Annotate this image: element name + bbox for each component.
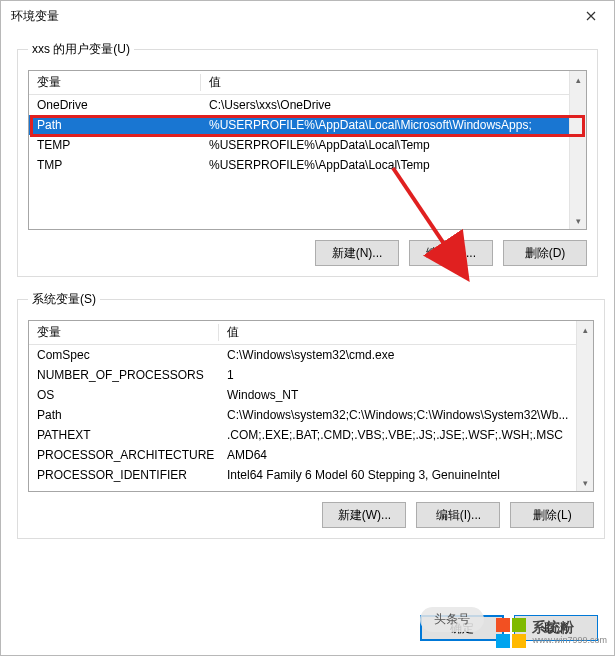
sys-grid-header: 变量 值 — [29, 321, 576, 345]
cell-name: Path — [29, 408, 219, 422]
cell-value: C:\Windows\system32;C:\Windows;C:\Window… — [219, 408, 576, 422]
window-title: 环境变量 — [11, 8, 59, 25]
user-vars-buttons: 新建(N)... 编辑(E)... 删除(D) — [28, 240, 587, 266]
sys-vars-group: 系统变量(S) 变量 值 ComSpecC:\Windows\system32\… — [17, 291, 605, 539]
dialog-footer: 确定 取消 — [1, 609, 614, 655]
user-grid-header: 变量 值 — [29, 71, 569, 95]
user-edit-button[interactable]: 编辑(E)... — [409, 240, 493, 266]
user-delete-button[interactable]: 删除(D) — [503, 240, 587, 266]
sys-new-button[interactable]: 新建(W)... — [322, 502, 406, 528]
scroll-track[interactable] — [570, 88, 586, 212]
cell-name: TMP — [29, 158, 201, 172]
cell-value: AMD64 — [219, 448, 576, 462]
scroll-up-icon[interactable]: ▴ — [577, 321, 593, 338]
close-button[interactable] — [568, 1, 614, 31]
cell-name: OS — [29, 388, 219, 402]
table-row[interactable]: OSWindows_NT — [29, 385, 576, 405]
sys-edit-button[interactable]: 编辑(I)... — [416, 502, 500, 528]
table-row[interactable]: OneDriveC:\Users\xxs\OneDrive — [29, 95, 569, 115]
sys-vars-grid[interactable]: 变量 值 ComSpecC:\Windows\system32\cmd.exeN… — [28, 320, 594, 492]
cell-name: PATHEXT — [29, 428, 219, 442]
cell-value: %USERPROFILE%\AppData\Local\Microsoft\Wi… — [201, 118, 569, 132]
col-header-name[interactable]: 变量 — [29, 324, 219, 341]
table-row[interactable]: PATHEXT.COM;.EXE;.BAT;.CMD;.VBS;.VBE;.JS… — [29, 425, 576, 445]
cell-name: PROCESSOR_ARCHITECTURE — [29, 448, 219, 462]
table-row[interactable]: PROCESSOR_ARCHITECTUREAMD64 — [29, 445, 576, 465]
user-grid-rows: OneDriveC:\Users\xxs\OneDrivePath%USERPR… — [29, 95, 569, 175]
cell-value: C:\Windows\system32\cmd.exe — [219, 348, 576, 362]
user-vars-grid[interactable]: 变量 值 OneDriveC:\Users\xxs\OneDrivePath%U… — [28, 70, 587, 230]
scroll-track[interactable] — [577, 338, 593, 474]
cell-name: PROCESSOR_IDENTIFIER — [29, 468, 219, 482]
cell-value: %USERPROFILE%\AppData\Local\Temp — [201, 138, 569, 152]
sys-vars-legend: 系统变量(S) — [28, 291, 100, 308]
table-row[interactable]: Path%USERPROFILE%\AppData\Local\Microsof… — [29, 115, 569, 135]
user-new-button[interactable]: 新建(N)... — [315, 240, 399, 266]
cell-value: Windows_NT — [219, 388, 576, 402]
cell-value: .COM;.EXE;.BAT;.CMD;.VBS;.VBE;.JS;.JSE;.… — [219, 428, 576, 442]
cell-name: ComSpec — [29, 348, 219, 362]
ok-button[interactable]: 确定 — [420, 615, 504, 641]
table-row[interactable]: ComSpecC:\Windows\system32\cmd.exe — [29, 345, 576, 365]
env-vars-window: 环境变量 xxs 的用户变量(U) 变量 值 OneDriveC:\Users\… — [0, 0, 615, 656]
scroll-down-icon[interactable]: ▾ — [577, 474, 593, 491]
cancel-button[interactable]: 取消 — [514, 615, 598, 641]
table-row[interactable]: TMP%USERPROFILE%\AppData\Local\Temp — [29, 155, 569, 175]
sys-grid-rows: ComSpecC:\Windows\system32\cmd.exeNUMBER… — [29, 345, 576, 485]
scroll-up-icon[interactable]: ▴ — [570, 71, 586, 88]
sys-vars-buttons: 新建(W)... 编辑(I)... 删除(L) — [28, 502, 594, 528]
cell-value: %USERPROFILE%\AppData\Local\Temp — [201, 158, 569, 172]
table-row[interactable]: NUMBER_OF_PROCESSORS1 — [29, 365, 576, 385]
cell-value: Intel64 Family 6 Model 60 Stepping 3, Ge… — [219, 468, 576, 482]
user-vars-group: xxs 的用户变量(U) 变量 值 OneDriveC:\Users\xxs\O… — [17, 41, 598, 277]
titlebar: 环境变量 — [1, 1, 614, 31]
vertical-scrollbar[interactable]: ▴ ▾ — [576, 321, 593, 491]
table-row[interactable]: PathC:\Windows\system32;C:\Windows;C:\Wi… — [29, 405, 576, 425]
table-row[interactable]: TEMP%USERPROFILE%\AppData\Local\Temp — [29, 135, 569, 155]
col-header-name[interactable]: 变量 — [29, 74, 201, 91]
vertical-scrollbar[interactable]: ▴ ▾ — [569, 71, 586, 229]
table-row[interactable]: PROCESSOR_IDENTIFIERIntel64 Family 6 Mod… — [29, 465, 576, 485]
scroll-down-icon[interactable]: ▾ — [570, 212, 586, 229]
cell-name: OneDrive — [29, 98, 201, 112]
cell-name: Path — [29, 118, 201, 132]
client-area: xxs 的用户变量(U) 变量 值 OneDriveC:\Users\xxs\O… — [1, 31, 614, 609]
col-header-value[interactable]: 值 — [201, 74, 569, 91]
cell-name: NUMBER_OF_PROCESSORS — [29, 368, 219, 382]
cell-value: 1 — [219, 368, 576, 382]
user-vars-legend: xxs 的用户变量(U) — [28, 41, 134, 58]
cell-value: C:\Users\xxs\OneDrive — [201, 98, 569, 112]
close-icon — [586, 11, 596, 21]
sys-delete-button[interactable]: 删除(L) — [510, 502, 594, 528]
col-header-value[interactable]: 值 — [219, 324, 576, 341]
cell-name: TEMP — [29, 138, 201, 152]
